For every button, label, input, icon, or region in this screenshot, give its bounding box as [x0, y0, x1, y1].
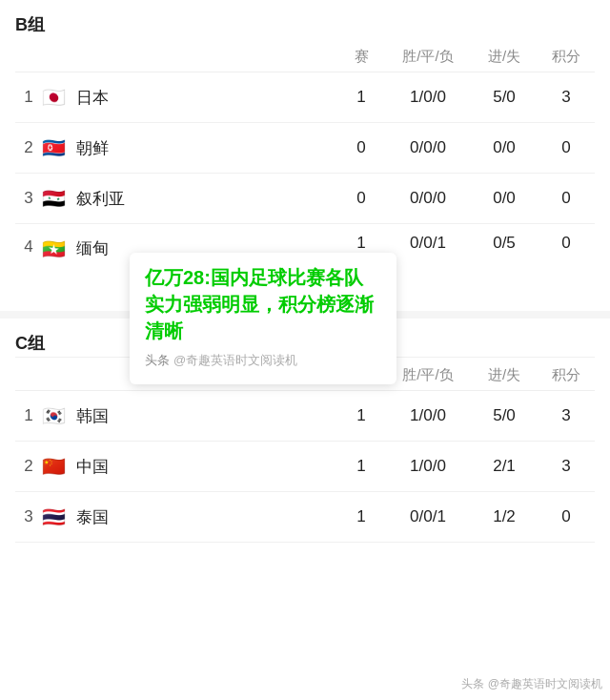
games-cell: 0 — [337, 138, 385, 157]
gd-cell: 5/0 — [471, 88, 538, 107]
team-name-cell: 叙利亚 — [76, 188, 337, 210]
team-name-cell: 泰国 — [76, 506, 337, 528]
gd-cell: 5/0 — [471, 406, 538, 425]
group-b-rows: 1 🇯🇵 日本 1 1/0/0 5/0 3 2 🇰🇵 朝鲜 0 0/0/0 0/… — [15, 72, 595, 266]
record-cell: 1/0/0 — [385, 406, 471, 425]
group-b-header: B组 — [15, 0, 595, 42]
rank-cell: 1 — [15, 406, 42, 425]
table-row: 2 🇨🇳 中国 1 1/0/0 2/1 3 — [15, 442, 595, 492]
source-icon: 头条 — [145, 352, 170, 369]
rank-cell: 3 — [15, 189, 42, 208]
gd-col-header: 进/失 — [471, 366, 538, 384]
rank-cell: 1 — [15, 88, 42, 107]
games-col-header: 赛 — [337, 48, 385, 66]
table-row: 3 🇸🇾 叙利亚 0 0/0/0 0/0 0 — [15, 174, 595, 224]
record-cell: 1/0/0 — [385, 88, 471, 107]
pts-col-header: 积分 — [538, 366, 595, 384]
source-label: @奇趣英语时文阅读机 — [173, 352, 297, 369]
gd-col-header: 进/失 — [471, 48, 538, 66]
record-cell: 0/0/0 — [385, 138, 471, 157]
table-row: 1 🇰🇷 韩国 1 1/0/0 5/0 3 — [15, 391, 595, 442]
record-cell: 1/0/0 — [385, 457, 471, 476]
flag-cell: 🇰🇵 — [42, 136, 76, 159]
flag-cell: 🇯🇵 — [42, 86, 76, 109]
record-cell: 0/0/1 — [385, 507, 471, 526]
pts-col-header: 积分 — [538, 48, 595, 66]
rank-cell: 3 — [15, 507, 42, 526]
rank-cell: 2 — [15, 138, 42, 157]
table-row: 1 🇯🇵 日本 1 1/0/0 5/0 3 — [15, 72, 595, 123]
table-row: 2 🇰🇵 朝鲜 0 0/0/0 0/0 0 — [15, 123, 595, 174]
team-name-cell: 日本 — [76, 87, 337, 109]
pts-cell: 0 — [538, 507, 595, 526]
games-cell: 0 — [337, 189, 385, 208]
gd-cell: 0/0 — [471, 138, 538, 157]
pts-cell: 3 — [538, 88, 595, 107]
pts-cell: 0 — [538, 138, 595, 157]
flag-cell: 🇸🇾 — [42, 187, 76, 210]
pts-cell: 3 — [538, 457, 595, 476]
pts-cell: 0 — [538, 189, 595, 208]
team-name-cell: 朝鲜 — [76, 137, 337, 159]
group-b-section: B组 赛 胜/平/负 进/失 积分 1 🇯🇵 日本 1 1/0/0 5/0 3 … — [0, 0, 610, 311]
flag-cell: 🇹🇭 — [42, 505, 76, 528]
games-cell: 1 — [337, 507, 385, 526]
games-cell: 1 — [337, 88, 385, 107]
table-row: 3 🇹🇭 泰国 1 0/0/1 1/2 0 — [15, 492, 595, 543]
record-cell: 0/0/0 — [385, 189, 471, 208]
article-popup[interactable]: 亿万28:国内足球比赛各队实力强弱明显，积分榜逐渐清晰 头条 @奇趣英语时文阅读… — [130, 253, 396, 384]
team-name-cell: 中国 — [76, 456, 337, 478]
flag-cell: 🇰🇷 — [42, 404, 76, 427]
rank-cell: 2 — [15, 457, 42, 476]
popup-source: 头条 @奇趣英语时文阅读机 — [145, 352, 381, 369]
gd-cell: 0/0 — [471, 189, 538, 208]
popup-title: 亿万28:国内足球比赛各队实力强弱明显，积分榜逐渐清晰 — [145, 264, 381, 344]
record-col-header: 胜/平/负 — [385, 366, 471, 384]
flag-cell: 🇲🇲 — [42, 237, 76, 260]
games-cell: 1 — [337, 406, 385, 425]
gd-cell: 1/2 — [471, 507, 538, 526]
games-cell: 1 — [337, 457, 385, 476]
group-b-column-headers: 赛 胜/平/负 进/失 积分 — [15, 42, 595, 72]
rank-cell: 4 — [15, 237, 42, 257]
gd-cell: 2/1 — [471, 457, 538, 476]
pts-cell: 3 — [538, 406, 595, 425]
record-col-header: 胜/平/负 — [385, 48, 471, 66]
table-row: 4 🇲🇲 缅甸 亿万28:国内足球比赛各队实力强弱明显，积分榜逐渐清晰 头条 @… — [15, 224, 595, 358]
team-name-cell: 韩国 — [76, 405, 337, 427]
flag-cell: 🇨🇳 — [42, 455, 76, 478]
